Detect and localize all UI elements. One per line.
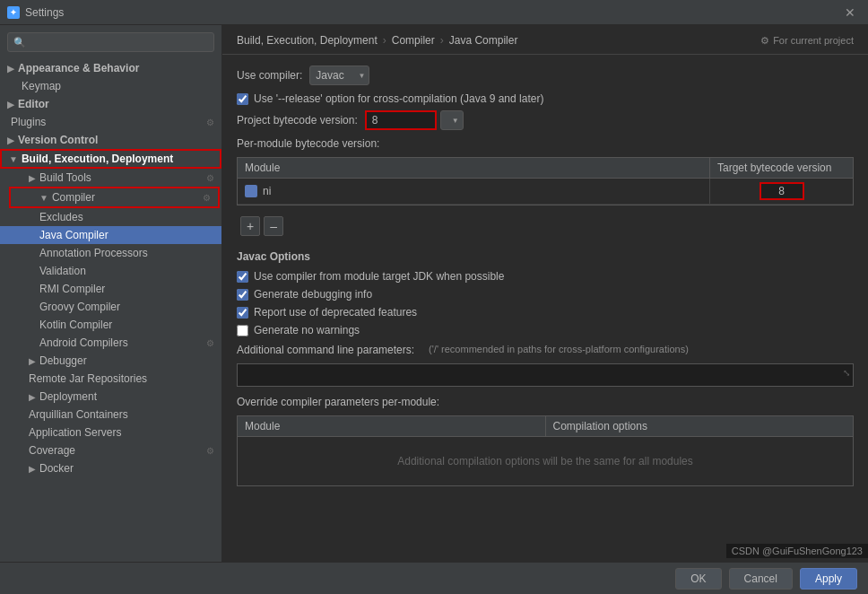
gear-icon: ⚙	[760, 35, 769, 47]
breadcrumb-part-2: Compiler	[392, 34, 435, 47]
sidebar-item-build-exec-deploy[interactable]: ▼ Build, Execution, Deployment	[0, 149, 221, 169]
additional-params-row: Additional command line parameters: ('/'…	[237, 344, 854, 356]
sidebar-item-keymap[interactable]: Keymap	[0, 77, 221, 95]
chevron-right-icon: ▶	[7, 64, 14, 74]
sidebar-item-label: Build, Execution, Deployment	[22, 153, 173, 165]
generate-debug-row: Generate debugging info	[237, 288, 854, 301]
cancel-button[interactable]: Cancel	[729, 568, 793, 590]
sidebar-item-editor[interactable]: ▶ Editor	[0, 95, 221, 113]
table-row[interactable]: ni	[238, 179, 853, 205]
project-bytecode-row: Project bytecode version:	[237, 110, 854, 130]
override-table-body: Additional compilation options will be t…	[238, 437, 853, 485]
sidebar-item-label: Editor	[18, 98, 49, 110]
app-icon: ✦	[7, 6, 20, 19]
cross-compile-checkbox[interactable]	[237, 93, 248, 105]
chevron-right-icon: ▶	[7, 135, 14, 145]
sidebar-item-validation[interactable]: Validation	[0, 262, 221, 280]
sidebar-item-coverage[interactable]: Coverage ⚙	[0, 441, 221, 459]
sidebar-item-deployment[interactable]: ▶ Deployment	[0, 388, 221, 406]
sidebar: 🔍 ▶ Appearance & Behavior Keymap ▶ Edito…	[0, 25, 222, 562]
generate-no-warnings-row: Generate no warnings	[237, 324, 854, 336]
target-version-input[interactable]	[760, 182, 804, 200]
override-table-header: Module Compilation options	[238, 416, 853, 437]
sidebar-item-java-compiler[interactable]: Java Compiler	[0, 226, 221, 244]
sidebar-item-label: Remote Jar Repositories	[29, 372, 147, 385]
sidebar-item-label: Java Compiler	[39, 229, 108, 241]
per-module-label: Per-module bytecode version:	[237, 137, 854, 150]
sidebar-item-label: Excludes	[39, 211, 83, 223]
table-cell-target	[709, 179, 853, 204]
use-compiler-module-row: Use compiler from module target JDK when…	[237, 270, 854, 283]
settings-icon: ⚙	[206, 118, 214, 127]
remove-module-button[interactable]: –	[264, 216, 283, 236]
sidebar-item-application-servers[interactable]: Application Servers	[0, 424, 221, 441]
use-compiler-row: Use compiler: Javac Eclipse	[237, 66, 854, 85]
sidebar-item-appearance[interactable]: ▶ Appearance & Behavior	[0, 59, 221, 77]
sidebar-item-android-compilers[interactable]: Android Compilers ⚙	[0, 334, 221, 352]
chevron-right-icon: ▶	[29, 464, 36, 474]
sidebar-item-arquillian-containers[interactable]: Arquillian Containers	[0, 406, 221, 424]
chevron-right-icon: ▶	[29, 356, 36, 366]
compiler-select-wrapper[interactable]: Javac Eclipse	[309, 66, 369, 85]
override-table: Module Compilation options Additional co…	[237, 415, 854, 486]
additional-params-input[interactable]	[237, 363, 854, 387]
project-bytecode-input[interactable]	[365, 110, 437, 130]
generate-no-warnings-checkbox[interactable]	[237, 325, 248, 336]
report-deprecated-label: Report use of deprecated features	[254, 306, 417, 319]
bytecode-version-select-wrapper[interactable]	[440, 110, 464, 130]
project-bytecode-label: Project bytecode version:	[237, 114, 358, 127]
sidebar-item-label: Compiler	[52, 191, 95, 204]
sidebar-item-plugins[interactable]: Plugins ⚙	[0, 113, 221, 131]
sidebar-item-docker[interactable]: ▶ Docker	[0, 459, 221, 477]
bytecode-version-select[interactable]	[440, 110, 464, 130]
generate-no-warnings-label: Generate no warnings	[254, 324, 360, 336]
cross-compile-row: Use '--release' option for cross-compila…	[237, 92, 854, 105]
cmdline-input-wrapper: ⤡	[237, 363, 854, 387]
table-actions: + –	[237, 213, 854, 240]
sidebar-item-kotlin-compiler[interactable]: Kotlin Compiler	[0, 316, 221, 334]
breadcrumb-sep-2: ›	[440, 34, 444, 47]
table-cell-module: ni	[238, 181, 709, 201]
sidebar-item-remote-jar-repos[interactable]: Remote Jar Repositories	[0, 370, 221, 388]
sidebar-item-label: Annotation Processors	[39, 247, 148, 259]
chevron-right-icon: ▶	[29, 173, 36, 183]
module-table: Module Target bytecode version ni	[237, 157, 854, 205]
sidebar-item-groovy-compiler[interactable]: Groovy Compiler	[0, 298, 221, 316]
settings-icon: ⚙	[206, 173, 214, 183]
sidebar-item-label: Build Tools	[39, 171, 91, 184]
report-deprecated-row: Report use of deprecated features	[237, 306, 854, 319]
ok-button[interactable]: OK	[675, 568, 721, 590]
generate-debug-checkbox[interactable]	[237, 289, 248, 301]
sidebar-item-rmi-compiler[interactable]: RMI Compiler	[0, 280, 221, 298]
breadcrumb-part-1: Build, Execution, Deployment	[237, 34, 378, 47]
sidebar-item-label: Kotlin Compiler	[39, 319, 112, 331]
override-params-label: Override compiler parameters per-module:	[237, 396, 854, 408]
cross-compile-label: Use '--release' option for cross-compila…	[254, 92, 543, 105]
apply-button[interactable]: Apply	[800, 568, 857, 590]
sidebar-item-label: Plugins	[11, 116, 46, 128]
sidebar-item-annotation-processors[interactable]: Annotation Processors	[0, 244, 221, 262]
main-layout: 🔍 ▶ Appearance & Behavior Keymap ▶ Edito…	[0, 25, 868, 562]
breadcrumb-part-3: Java Compiler	[449, 34, 518, 47]
report-deprecated-checkbox[interactable]	[237, 307, 248, 319]
add-module-button[interactable]: +	[240, 216, 260, 236]
search-box[interactable]: 🔍	[7, 32, 214, 52]
close-button[interactable]: ✕	[839, 4, 861, 22]
window-title: Settings	[25, 6, 64, 19]
sidebar-item-compiler[interactable]: ▼ Compiler ⚙	[9, 187, 220, 208]
sidebar-item-version-control[interactable]: ▶ Version Control	[0, 131, 221, 149]
sidebar-item-label: Docker	[39, 462, 74, 475]
content-body: Use compiler: Javac Eclipse Use '--relea…	[222, 55, 868, 562]
sidebar-item-build-tools[interactable]: ▶ Build Tools ⚙	[0, 169, 221, 187]
breadcrumb-sep-1: ›	[383, 34, 386, 47]
sidebar-item-debugger[interactable]: ▶ Debugger	[0, 352, 221, 370]
search-input[interactable]	[30, 36, 208, 48]
compiler-select[interactable]: Javac Eclipse	[309, 66, 369, 85]
content-area: Build, Execution, Deployment › Compiler …	[222, 25, 868, 562]
sidebar-item-label: Appearance & Behavior	[18, 62, 139, 74]
watermark: CSDN @GuiFuShenGong123	[726, 544, 868, 558]
sidebar-item-label: Application Servers	[29, 426, 121, 439]
sidebar-item-excludes[interactable]: Excludes	[0, 208, 221, 226]
use-compiler-module-checkbox[interactable]	[237, 271, 248, 283]
additional-params-label: Additional command line parameters:	[237, 344, 414, 356]
